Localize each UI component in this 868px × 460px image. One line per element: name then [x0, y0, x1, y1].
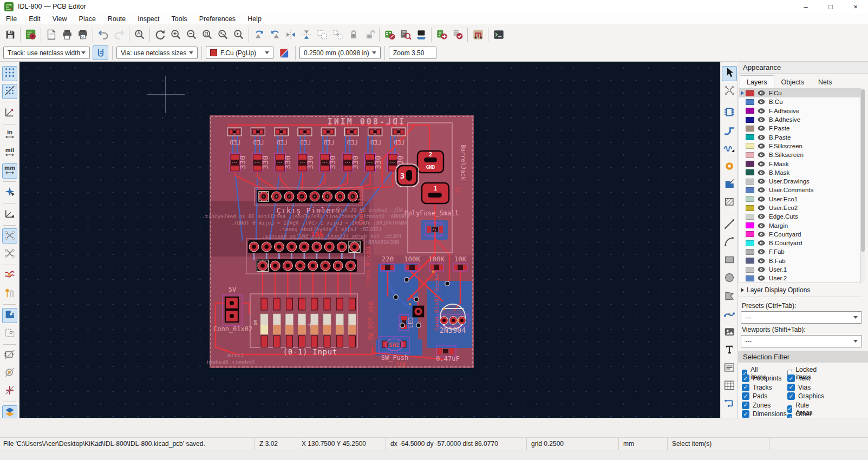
viewports-select[interactable]: ---	[741, 335, 862, 347]
footprint-browser-button[interactable]	[397, 27, 413, 42]
layer-color-swatch[interactable]	[746, 275, 754, 281]
layer-color-swatch[interactable]	[746, 240, 754, 246]
add-text-button[interactable]	[722, 343, 737, 358]
presets-select[interactable]: ---	[741, 311, 862, 324]
run-drc-button[interactable]	[449, 27, 465, 42]
layer-color-swatch[interactable]	[746, 222, 754, 228]
rotate-cw-button[interactable]	[267, 27, 283, 42]
zone-fill-display-button[interactable]	[2, 308, 17, 323]
ungroup-button[interactable]	[330, 27, 345, 42]
layer-color-swatch[interactable]	[746, 205, 754, 211]
visibility-eye-icon[interactable]	[758, 240, 766, 247]
units-inches-button[interactable]: in	[2, 127, 17, 142]
unlock-button[interactable]	[361, 27, 377, 42]
layer-row-f-mask[interactable]: F.Mask	[739, 159, 860, 168]
close-button[interactable]: ×	[843, 0, 868, 13]
visibility-eye-icon[interactable]	[758, 205, 766, 212]
layer-row-f-cu[interactable]: F.Cu	[739, 89, 860, 97]
draw-circle-button[interactable]	[722, 271, 737, 286]
layer-row-b-mask[interactable]: B.Mask	[739, 168, 860, 177]
menu-item-file[interactable]: File	[0, 13, 23, 24]
print-button[interactable]	[59, 27, 75, 42]
checkbox-checked-icon[interactable]: ✓	[742, 384, 749, 391]
visibility-eye-icon[interactable]	[758, 98, 766, 106]
filter-graphics[interactable]: ✓Graphics	[787, 392, 824, 400]
sketch-pads-button[interactable]	[2, 365, 17, 380]
find-button[interactable]: A	[132, 27, 147, 42]
pcb-drawing[interactable]: LEDLEDLEDLEDLEDLEDLEDLED3303303303303303…	[19, 62, 720, 418]
layer-row-b-silkscreen[interactable]: B.Silkscreen	[739, 150, 860, 159]
layer-row-user-2[interactable]: User.2	[739, 274, 860, 282]
visibility-eye-icon[interactable]	[758, 187, 766, 194]
curved-ratsnest-button[interactable]	[2, 246, 17, 261]
add-rule-area-button[interactable]	[722, 195, 737, 211]
visibility-eye-icon[interactable]	[758, 152, 766, 159]
menu-item-help[interactable]: Help	[242, 13, 267, 24]
layer-color-swatch[interactable]	[746, 169, 754, 175]
flip-horizontal-button[interactable]	[283, 27, 298, 42]
layer-color-swatch[interactable]	[746, 231, 754, 237]
layer-color-swatch[interactable]	[746, 258, 754, 264]
visibility-eye-icon[interactable]	[758, 160, 766, 167]
save-button[interactable]	[2, 27, 18, 42]
visibility-eye-icon[interactable]	[758, 134, 766, 141]
polar-coordinates-button[interactable]	[2, 106, 17, 121]
free-angle-mode-button[interactable]	[2, 207, 17, 222]
draw-line-button[interactable]	[722, 217, 737, 232]
layer-row-b-courtyard[interactable]: B.Courtyard	[739, 239, 860, 247]
layer-row-f-fab[interactable]: F.Fab	[739, 247, 860, 256]
visibility-eye-icon[interactable]	[758, 275, 766, 282]
draw-arc-button[interactable]	[722, 235, 737, 250]
footprint-editor-button[interactable]	[382, 27, 397, 42]
filter-zones[interactable]: ✓Zones	[742, 402, 771, 409]
visibility-eye-icon[interactable]	[758, 116, 766, 123]
maximize-button[interactable]: □	[818, 0, 843, 13]
track-width-select[interactable]: Track: use netclass width	[3, 47, 90, 59]
board-setup-button[interactable]	[23, 27, 38, 42]
refresh-button[interactable]	[152, 27, 168, 42]
add-image-button[interactable]	[722, 325, 737, 340]
layer-pair-button[interactable]	[276, 45, 291, 60]
layer-row-f-courtyard[interactable]: F.Courtyard	[739, 230, 860, 239]
filter-text[interactable]: ✓Text	[787, 374, 810, 382]
layer-row-margin[interactable]: Margin	[739, 221, 860, 229]
checkbox-checked-icon[interactable]: ✓	[787, 392, 795, 400]
layer-row-user-comments[interactable]: User.Comments	[739, 186, 860, 194]
filter-vias[interactable]: ✓Vias	[787, 384, 811, 391]
layer-row-b-fab[interactable]: B.Fab	[739, 257, 860, 265]
menu-item-tools[interactable]: Tools	[166, 13, 193, 24]
zoom-fit-page-button[interactable]	[199, 27, 215, 42]
tab-layers[interactable]: Layers	[740, 75, 774, 88]
filter-dimensions[interactable]: ✓Dimensions	[742, 410, 787, 418]
menu-item-route[interactable]: Route	[102, 13, 132, 24]
layer-color-swatch[interactable]	[746, 214, 754, 220]
page-settings-button[interactable]	[43, 27, 59, 42]
units-mils-button[interactable]: mil	[2, 145, 17, 160]
layer-row-user-drawings[interactable]: User.Drawings	[739, 177, 860, 186]
show-ratsnest-button[interactable]	[2, 228, 17, 244]
filter-footprints[interactable]: ✓Footprints	[742, 374, 781, 382]
menu-item-view[interactable]: View	[47, 13, 73, 24]
layer-row-user-1[interactable]: User.1	[739, 265, 860, 274]
select-tool-button[interactable]	[722, 66, 737, 81]
menu-item-edit[interactable]: Edit	[23, 13, 47, 24]
layer-color-swatch[interactable]	[746, 267, 754, 273]
lock-button[interactable]	[345, 27, 361, 42]
plot-button[interactable]	[75, 27, 90, 42]
layer-row-f-adhesive[interactable]: F.Adhesive	[739, 107, 860, 115]
sketch-footprints-button[interactable]	[2, 347, 17, 363]
layer-row-b-adhesive[interactable]: B.Adhesive	[739, 115, 860, 124]
layer-color-swatch[interactable]	[746, 187, 754, 193]
layer-row-edge-cuts[interactable]: Edge.Cuts	[739, 212, 860, 221]
layer-color-swatch[interactable]	[746, 90, 754, 96]
layer-display-options[interactable]: Layer Display Options	[741, 286, 810, 294]
layer-color-swatch[interactable]	[746, 161, 754, 167]
scripting-console-button[interactable]	[491, 27, 506, 42]
add-table-button[interactable]	[722, 379, 737, 394]
visibility-eye-icon[interactable]	[758, 248, 766, 255]
route-tracks-button[interactable]	[722, 123, 737, 139]
draw-rectangle-button[interactable]	[722, 253, 737, 268]
cleanup-tracks-button[interactable]	[470, 27, 486, 42]
layer-row-b-paste[interactable]: B.Paste	[739, 133, 860, 141]
redo-button[interactable]	[111, 27, 127, 42]
